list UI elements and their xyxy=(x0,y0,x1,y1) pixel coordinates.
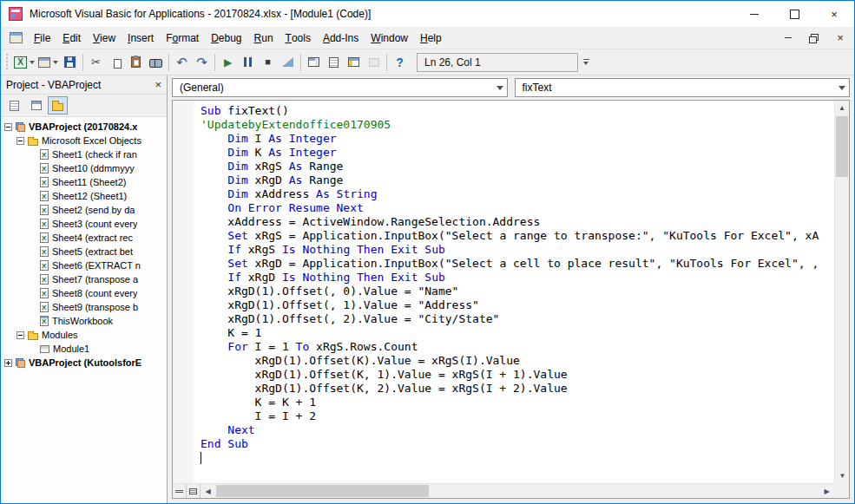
tree-item-sheet9-transpose-b[interactable]: Sheet9 (transpose b xyxy=(1,300,167,314)
menu-edit[interactable]: Edit xyxy=(56,27,87,49)
view-code-button[interactable] xyxy=(4,96,24,115)
menu-help[interactable]: Help xyxy=(414,27,448,49)
menu-format[interactable]: Format xyxy=(160,27,205,49)
code-editor[interactable]: Sub fixText()'UpdatebyExtendoffice017090… xyxy=(172,100,850,499)
find-button[interactable] xyxy=(146,52,166,73)
tree-item-sheet3-count-every[interactable]: Sheet3 (count every xyxy=(1,217,167,231)
insert-userform-button[interactable] xyxy=(36,52,60,73)
menu-window[interactable]: Window xyxy=(365,27,414,49)
code-line-12[interactable]: Set xRgD = Application.InputBox("Select … xyxy=(201,257,834,271)
code-line-5[interactable]: Dim xRgS As Range xyxy=(201,160,834,173)
code-line-4[interactable]: Dim K As Integer xyxy=(201,146,834,160)
tree-item-microsoft-excel-objects[interactable]: Microsoft Excel Objects xyxy=(1,134,167,147)
menu-run[interactable]: Run xyxy=(248,27,280,49)
tree-item-modules[interactable]: Modules xyxy=(1,328,167,342)
minimize-button[interactable] xyxy=(734,1,774,27)
collapse-icon[interactable] xyxy=(4,123,12,131)
maximize-button[interactable] xyxy=(774,1,814,27)
code-line-18[interactable]: For I = 1 To xRgS.Rows.Count xyxy=(201,340,834,354)
code-line-8[interactable]: On Error Resume Next xyxy=(201,201,834,215)
code-line-17[interactable]: K = 1 xyxy=(201,326,834,340)
tree-item-sheet2-send-by-da[interactable]: Sheet2 (send by da xyxy=(1,203,167,217)
code-line-26[interactable] xyxy=(201,451,834,465)
redo-button[interactable]: ↷ xyxy=(192,52,212,73)
procedure-view-button[interactable] xyxy=(173,484,187,498)
scroll-left-arrow[interactable]: ◀ xyxy=(201,484,215,499)
menu-debug[interactable]: Debug xyxy=(205,27,247,49)
break-button[interactable] xyxy=(238,52,258,73)
vertical-scrollbar[interactable]: ▲ ▼ xyxy=(834,101,849,483)
design-mode-button[interactable] xyxy=(278,52,298,73)
tree-item-sheet1-check-if-ran[interactable]: Sheet1 (check if ran xyxy=(1,147,167,161)
full-module-view-button[interactable] xyxy=(187,484,201,498)
code-line-14[interactable]: xRgD(1).Offset(, 0).Value = "Name" xyxy=(201,285,834,298)
close-button[interactable]: × xyxy=(814,1,854,27)
code-line-1[interactable]: Sub fixText() xyxy=(201,104,834,118)
code-line-24[interactable]: Next xyxy=(201,423,834,437)
tree-item-thisworkbook[interactable]: ThisWorkbook xyxy=(1,314,167,328)
tree-item-sheet11-sheet2[interactable]: Sheet11 (Sheet2) xyxy=(1,175,167,189)
menu-file[interactable]: File xyxy=(28,27,56,49)
code-line-6[interactable]: Dim xRgD As Range xyxy=(201,173,834,187)
code-line-3[interactable]: Dim I As Integer xyxy=(201,132,834,146)
toolbar-grip[interactable] xyxy=(5,54,10,71)
scroll-right-arrow[interactable]: ▶ xyxy=(819,484,834,499)
code-line-11[interactable]: If xRgS Is Nothing Then Exit Sub xyxy=(201,243,834,257)
tree-item-sheet10-ddmmyyy[interactable]: Sheet10 (ddmmyyy xyxy=(1,161,167,175)
tree-item-sheet7-transpose-a[interactable]: Sheet7 (transpose a xyxy=(1,272,167,286)
save-button[interactable] xyxy=(60,52,80,73)
menu-insert[interactable]: Insert xyxy=(122,27,160,49)
menu-view[interactable]: View xyxy=(87,27,122,49)
code-line-16[interactable]: xRgD(1).Offset(, 2).Value = "City/State" xyxy=(201,312,834,326)
project-explorer-button[interactable] xyxy=(304,52,324,73)
collapse-icon[interactable] xyxy=(16,331,24,339)
code-line-19[interactable]: xRgD(1).Offset(K).Value = xRgS(I).Value xyxy=(201,354,834,368)
tree-item-vbaproject-kutoolsfore[interactable]: VBAProject (KutoolsforE xyxy=(1,356,167,370)
scroll-down-arrow[interactable]: ▼ xyxy=(835,468,850,483)
menu-tools[interactable]: Tools xyxy=(280,27,317,49)
child-close-button[interactable]: × xyxy=(833,31,847,45)
properties-window-button[interactable] xyxy=(324,52,344,73)
toggle-folders-button[interactable] xyxy=(48,96,68,115)
tree-item-sheet5-extract-bet[interactable]: Sheet5 (extract bet xyxy=(1,245,167,259)
cut-button[interactable]: ✂ xyxy=(86,52,106,73)
code-line-13[interactable]: If xRgD Is Nothing Then Exit Sub xyxy=(201,271,834,285)
run-button[interactable]: ▶ xyxy=(218,52,238,73)
code-line-10[interactable]: Set xRgS = Application.InputBox("Select … xyxy=(201,229,834,243)
child-restore-button[interactable] xyxy=(807,31,821,45)
procedure-dropdown[interactable]: fixText xyxy=(515,78,851,97)
object-dropdown[interactable]: (General) xyxy=(172,78,508,97)
collapse-icon[interactable] xyxy=(16,137,24,145)
paste-button[interactable] xyxy=(126,52,146,73)
code-line-22[interactable]: K = K + 1 xyxy=(201,396,834,409)
horizontal-scrollbar[interactable]: ◀ ▶ xyxy=(201,484,834,498)
child-minimize-button[interactable] xyxy=(781,31,795,45)
help-button[interactable]: ? xyxy=(390,52,410,73)
code-line-7[interactable]: Dim xAddress As String xyxy=(201,187,834,201)
object-browser-button[interactable] xyxy=(344,52,364,73)
code-line-23[interactable]: I = I + 2 xyxy=(201,409,834,423)
code-line-21[interactable]: xRgD(1).Offset(K, 2).Value = xRgS(I + 2)… xyxy=(201,382,834,396)
tree-item-sheet8-count-every[interactable]: Sheet8 (count every xyxy=(1,286,167,300)
scroll-up-arrow[interactable]: ▲ xyxy=(835,101,849,115)
code-line-15[interactable]: xRgD(1).Offset(, 1).Value = "Address" xyxy=(201,298,834,312)
expand-icon[interactable] xyxy=(4,359,12,367)
project-panel-close-button[interactable]: × xyxy=(155,79,161,90)
tree-item-sheet12-sheet1[interactable]: Sheet12 (Sheet1) xyxy=(1,189,167,203)
view-object-button[interactable] xyxy=(26,96,46,115)
copy-button[interactable] xyxy=(106,52,126,73)
menu-add-ins[interactable]: Add-Ins xyxy=(317,27,365,49)
toolbar-options-button[interactable] xyxy=(580,53,592,72)
title-bar[interactable]: Microsoft Visual Basic for Applications … xyxy=(1,1,854,27)
tree-item-module1[interactable]: Module1 xyxy=(1,342,167,356)
tree-item-sheet4-extract-rec[interactable]: Sheet4 (extract rec xyxy=(1,231,167,245)
vertical-scroll-thumb[interactable] xyxy=(836,116,848,177)
horizontal-scroll-thumb[interactable] xyxy=(216,485,429,497)
code-line-9[interactable]: xAddress = ActiveWindow.RangeSelection.A… xyxy=(201,215,834,229)
view-microsoft-excel-button[interactable] xyxy=(12,52,36,73)
code-line-25[interactable]: End Sub xyxy=(201,437,834,451)
undo-button[interactable]: ↶ xyxy=(172,52,192,73)
code-line-20[interactable]: xRgD(1).Offset(K, 1).Value = xRgS(I + 1)… xyxy=(201,368,834,382)
tree-item-sheet6-extract-n[interactable]: Sheet6 (EXTRACT n xyxy=(1,259,167,272)
code-line-2[interactable]: 'UpdatebyExtendoffice0170905 xyxy=(201,118,834,132)
